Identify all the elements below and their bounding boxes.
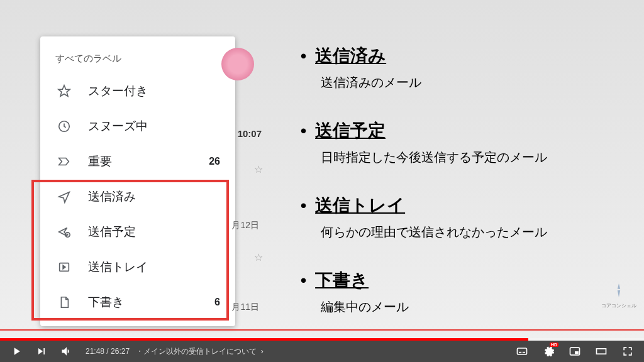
- chapter-title[interactable]: ・メイン以外の受信トレイについて ›: [136, 346, 264, 357]
- avatar[interactable]: [221, 48, 254, 80]
- star-outline-icon: ☆: [254, 163, 263, 175]
- hd-badge: HD: [550, 343, 558, 347]
- bullet-item: 下書き 編集中のメール: [301, 268, 631, 315]
- bullet-desc: 日時指定した今後送信する予定のメール: [321, 149, 631, 166]
- label-count: 6: [214, 297, 220, 308]
- draft-icon: [55, 295, 73, 309]
- next-button[interactable]: [35, 345, 48, 358]
- star-outline-icon: ☆: [254, 251, 263, 263]
- sidebar-item-label: 下書き: [88, 294, 214, 310]
- miniplayer-button[interactable]: [569, 345, 581, 358]
- sidebar-item-scheduled[interactable]: 送信予定: [40, 214, 235, 250]
- bullet-desc: 何らかの理由で送信されなかったメール: [321, 224, 631, 241]
- volume-button[interactable]: [60, 345, 73, 358]
- svg-rect-8: [575, 351, 579, 354]
- sidebar-item-starred[interactable]: スター付き: [40, 74, 235, 109]
- section-header: すべてのラベル: [40, 49, 235, 74]
- svg-rect-6: [523, 352, 525, 353]
- bullet-item: 送信トレイ 何らかの理由で送信されなかったメール: [301, 194, 631, 241]
- sidebar-item-drafts[interactable]: 下書き 6: [40, 285, 235, 320]
- sidebar-item-sent[interactable]: 送信済み: [40, 179, 235, 214]
- bullet-title: 送信トレイ: [301, 195, 405, 215]
- logo-text: コアコンシェル: [601, 302, 636, 309]
- pointer-line: [0, 329, 644, 331]
- left-panel: すべてのラベル スター付き スヌーズ中 重要 26 送信済み 送信予定: [0, 0, 264, 341]
- svg-rect-5: [519, 352, 521, 353]
- email-date: 月12日: [231, 220, 259, 231]
- theater-button[interactable]: [595, 345, 608, 358]
- sidebar-item-label: スヌーズ中: [88, 118, 220, 134]
- bullet-desc: 送信済みのメール: [321, 74, 631, 91]
- sidebar-item-important[interactable]: 重要 26: [40, 144, 235, 179]
- svg-marker-0: [58, 85, 70, 96]
- outbox-icon: [55, 260, 73, 274]
- bullet-desc: 編集中のメール: [321, 299, 631, 315]
- explanation-panel: 送信済み 送信済みのメール 送信予定 日時指定した今後送信する予定のメール 送信…: [264, 0, 644, 341]
- bullet-item: 送信予定 日時指定した今後送信する予定のメール: [301, 119, 631, 166]
- fullscreen-button[interactable]: [621, 345, 634, 358]
- scheduled-icon: [55, 225, 73, 239]
- label-count: 26: [209, 156, 220, 167]
- svg-rect-9: [597, 349, 606, 354]
- bullet-item: 送信済み 送信済みのメール: [301, 44, 631, 91]
- email-time: 10:07: [238, 128, 262, 139]
- sidebar-item-outbox[interactable]: 送信トレイ: [40, 250, 235, 285]
- sidebar-item-label: 送信済み: [88, 189, 220, 205]
- svg-rect-4: [518, 348, 527, 354]
- sidebar-item-snoozed[interactable]: スヌーズ中: [40, 109, 235, 144]
- sidebar-item-label: 送信トレイ: [88, 259, 220, 275]
- subtitles-button[interactable]: [516, 345, 528, 358]
- sidebar-item-label: スター付き: [88, 83, 220, 99]
- clock-icon: [55, 119, 73, 133]
- video-content: すべてのラベル スター付き スヌーズ中 重要 26 送信済み 送信予定: [0, 0, 644, 341]
- important-icon: [55, 155, 73, 168]
- settings-button[interactable]: HD: [542, 345, 555, 358]
- star-icon: [55, 84, 73, 98]
- bullet-title: 送信予定: [301, 121, 386, 140]
- sent-icon: [55, 190, 73, 204]
- player-controls: 21:48 / 26:27 ・メイン以外の受信トレイについて › HD: [0, 341, 644, 362]
- play-button[interactable]: [10, 345, 23, 358]
- gmail-label-menu: すべてのラベル スター付き スヌーズ中 重要 26 送信済み 送信予定: [40, 36, 235, 326]
- time-display: 21:48 / 26:27: [86, 347, 130, 356]
- email-date: 月11日: [231, 302, 259, 313]
- bullet-title: 送信済み: [301, 46, 386, 65]
- sidebar-item-label: 送信予定: [88, 224, 220, 240]
- bullet-title: 下書き: [301, 270, 369, 290]
- channel-logo: コアコンシェル: [601, 282, 636, 309]
- sidebar-item-label: 重要: [88, 153, 209, 170]
